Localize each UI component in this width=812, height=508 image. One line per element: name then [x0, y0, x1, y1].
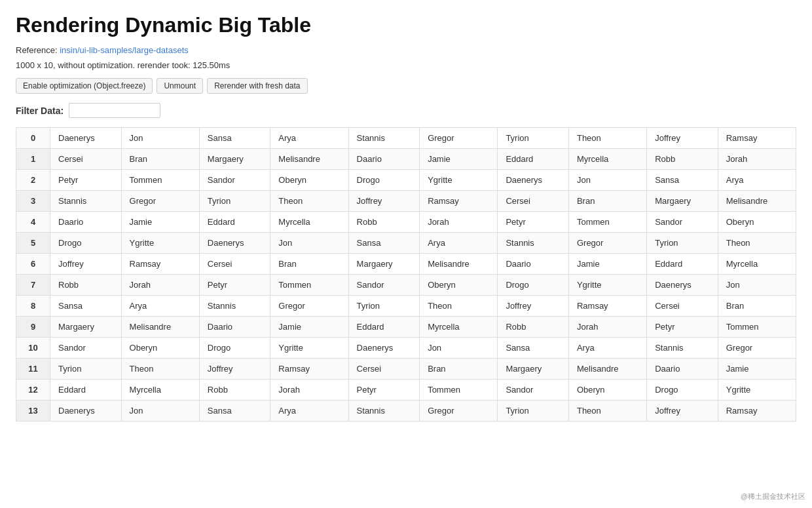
table-cell: Ramsay [121, 254, 199, 275]
table-row: 10SandorOberynDrogoYgritteDaenerysJonSan… [16, 338, 796, 359]
table-cell: Myrcella [270, 212, 348, 233]
table-cell: Gregor [270, 296, 348, 317]
unmount-button[interactable]: Unmount [157, 78, 203, 94]
table-cell: Jorah [270, 380, 348, 401]
row-index: 6 [16, 254, 50, 275]
rerender-button[interactable]: Rerender with fresh data [207, 78, 307, 94]
table-cell: Jamie [121, 212, 199, 233]
row-index: 12 [16, 380, 50, 401]
table-cell: Joffrey [498, 296, 569, 317]
row-index: 2 [16, 170, 50, 191]
table-cell: Ramsay [718, 401, 796, 421]
table-cell: Oberyn [121, 338, 199, 359]
table-cell: Myrcella [568, 149, 646, 170]
enable-optimization-button[interactable]: Enable optimization (Object.freeze) [16, 78, 153, 94]
table-cell: Sansa [498, 338, 569, 359]
table-cell: Joffrey [348, 191, 420, 212]
table-cell: Sandor [647, 212, 718, 233]
table-cell: Jon [718, 275, 796, 296]
table-cell: Sansa [647, 170, 718, 191]
table-row: 0DaenerysJonSansaAryaStannisGregorTyrion… [16, 128, 796, 149]
table-cell: Margaery [199, 149, 270, 170]
row-index: 11 [16, 359, 50, 380]
table-cell: Daenerys [647, 275, 718, 296]
filter-input[interactable] [69, 103, 160, 118]
table-cell: Eddard [199, 212, 270, 233]
table-cell: Jamie [568, 254, 646, 275]
table-cell: Petyr [50, 170, 122, 191]
table-cell: Arya [718, 170, 796, 191]
table-cell: Theon [121, 359, 199, 380]
table-cell: Daario [498, 254, 569, 275]
table-container: 0DaenerysJonSansaAryaStannisGregorTyrion… [16, 127, 796, 421]
table-cell: Bran [121, 149, 199, 170]
table-cell: Theon [568, 401, 646, 421]
table-cell: Daenerys [348, 338, 420, 359]
row-index: 3 [16, 191, 50, 212]
table-cell: Margaery [348, 254, 420, 275]
table-cell: Stannis [498, 233, 569, 254]
table-cell: Drogo [199, 338, 270, 359]
table-cell: Robb [50, 275, 122, 296]
table-cell: Stannis [199, 296, 270, 317]
table-cell: Ygritte [420, 170, 498, 191]
table-cell: Petyr [348, 380, 420, 401]
table-cell: Cersei [498, 191, 569, 212]
table-cell: Ygritte [270, 338, 348, 359]
table-cell: Tyrion [199, 191, 270, 212]
table-cell: Jorah [568, 317, 646, 338]
table-cell: Gregor [420, 128, 498, 149]
table-row: 3StannisGregorTyrionTheonJoffreyRamsayCe… [16, 191, 796, 212]
table-cell: Tommen [718, 317, 796, 338]
table-cell: Jorah [121, 275, 199, 296]
table-cell: Cersei [199, 254, 270, 275]
reference-link[interactable]: insin/ui-lib-samples/large-datasets [60, 45, 189, 55]
table-cell: Daario [647, 359, 718, 380]
table-cell: Melisandre [270, 149, 348, 170]
table-cell: Tommen [121, 170, 199, 191]
table-cell: Eddard [348, 317, 420, 338]
table-cell: Ygritte [121, 233, 199, 254]
table-cell: Oberyn [420, 275, 498, 296]
table-cell: Robb [199, 380, 270, 401]
table-row: 2PetyrTommenSandorOberynDrogoYgritteDaen… [16, 170, 796, 191]
filter-row: Filter Data: [16, 103, 796, 118]
table-cell: Jorah [718, 149, 796, 170]
row-index: 13 [16, 401, 50, 421]
table-cell: Ramsay [270, 359, 348, 380]
table-cell: Daenerys [50, 401, 122, 421]
table-cell: Sansa [199, 401, 270, 421]
table-row: 1CerseiBranMargaeryMelisandreDaarioJamie… [16, 149, 796, 170]
table-cell: Drogo [647, 380, 718, 401]
table-cell: Petyr [199, 275, 270, 296]
table-cell: Myrcella [121, 380, 199, 401]
row-index: 0 [16, 128, 50, 149]
table-cell: Stannis [50, 191, 122, 212]
table-cell: Theon [420, 296, 498, 317]
table-row: 12EddardMyrcellaRobbJorahPetyrTommenSand… [16, 380, 796, 401]
table-cell: Arya [270, 401, 348, 421]
table-cell: Melisandre [718, 191, 796, 212]
table-cell: Cersei [50, 149, 122, 170]
table-cell: Cersei [647, 296, 718, 317]
row-index: 9 [16, 317, 50, 338]
table-cell: Daenerys [498, 170, 569, 191]
table-cell: Melisandre [420, 254, 498, 275]
table-cell: Jon [568, 170, 646, 191]
table-cell: Myrcella [718, 254, 796, 275]
table-cell: Margaery [498, 359, 569, 380]
reference-line: Reference: insin/ui-lib-samples/large-da… [16, 45, 796, 55]
table-cell: Arya [420, 233, 498, 254]
table-cell: Jamie [420, 149, 498, 170]
table-cell: Bran [270, 254, 348, 275]
row-index: 8 [16, 296, 50, 317]
table-row: 6JoffreyRamsayCerseiBranMargaeryMelisand… [16, 254, 796, 275]
table-cell: Joffrey [50, 254, 122, 275]
table-cell: Myrcella [420, 317, 498, 338]
table-cell: Gregor [568, 233, 646, 254]
table-row: 8SansaAryaStannisGregorTyrionTheonJoffre… [16, 296, 796, 317]
table-cell: Arya [121, 296, 199, 317]
table-cell: Eddard [50, 380, 122, 401]
stats-text: 1000 x 10, without optimization. rerende… [16, 60, 796, 70]
table-cell: Jamie [270, 317, 348, 338]
